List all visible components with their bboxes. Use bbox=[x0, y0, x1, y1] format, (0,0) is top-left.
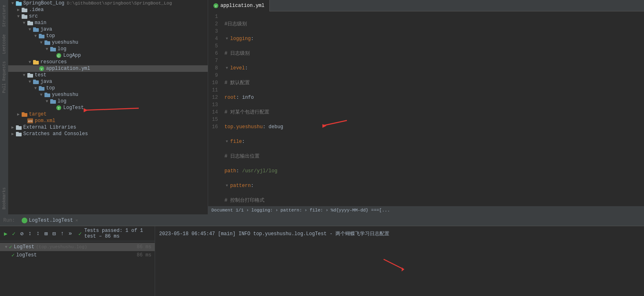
code-line-3: # 日志级别 bbox=[224, 50, 641, 57]
tree-item-ext-libs[interactable]: ▶ External Libraries bbox=[8, 124, 208, 131]
code-line-7: # 对某个包进行配置 bbox=[224, 109, 641, 116]
tree-item-target[interactable]: ▶ target bbox=[8, 111, 208, 118]
code-line-8: top.yueshushu: debug bbox=[224, 123, 641, 131]
editor-tab-application-yml[interactable]: Y application.yml bbox=[208, 0, 270, 11]
tree-item-pom-xml[interactable]: ▶ xml pom.xml bbox=[8, 118, 208, 124]
idea-label: .idea bbox=[29, 7, 44, 13]
svg-rect-12 bbox=[27, 22, 33, 25]
code-line-5: # 默认配置 bbox=[224, 79, 641, 87]
tree-item-test[interactable]: ▼ test bbox=[8, 72, 208, 78]
leetcode-tab[interactable]: Leetcode bbox=[1, 33, 7, 56]
sort-desc-btn[interactable]: ↕ bbox=[35, 229, 41, 238]
svg-rect-44 bbox=[16, 126, 22, 130]
logtest-package: (top.yueshushu.log) bbox=[36, 245, 87, 249]
tree-item-top-1[interactable]: ▼ top bbox=[8, 33, 208, 39]
svg-rect-20 bbox=[50, 48, 56, 51]
svg-text:xml: xml bbox=[28, 120, 33, 122]
svg-rect-10 bbox=[22, 15, 27, 19]
bookmarks-tab[interactable]: Bookmarks bbox=[1, 186, 7, 211]
pull-requests-tab[interactable]: Pull Requests bbox=[1, 60, 7, 95]
editor-tab-label: application.yml bbox=[220, 3, 264, 9]
project-icon bbox=[16, 0, 22, 6]
code-line-13: # 控制台打印格式 bbox=[224, 197, 641, 204]
svg-rect-15 bbox=[33, 27, 36, 29]
top2-label: top bbox=[46, 85, 55, 91]
up-btn[interactable]: ↑ bbox=[59, 229, 65, 238]
tree-item-application-yml[interactable]: ▶ Y application.yml bbox=[8, 65, 208, 72]
code-line-1: #日志级别 bbox=[224, 20, 641, 28]
status-path3: file: bbox=[310, 208, 323, 213]
tree-item-log-2[interactable]: ▼ log bbox=[8, 98, 208, 105]
summary-check-icon: ✓ bbox=[78, 230, 82, 237]
tree-item-src[interactable]: ▼ src bbox=[8, 13, 208, 20]
svg-rect-46 bbox=[16, 133, 22, 136]
tree-item-scratches[interactable]: ▶ Scratches and Consoles bbox=[8, 131, 208, 137]
line-numbers: 12345 678910 1112131415 16 bbox=[208, 11, 221, 206]
folder-icon-log1 bbox=[50, 46, 56, 52]
tree-item-resources[interactable]: ▼ resources bbox=[8, 59, 208, 65]
more-btn[interactable]: » bbox=[67, 229, 73, 238]
folder-icon-src bbox=[21, 13, 28, 19]
logtest-tab-label: LogTest.logTest bbox=[29, 218, 73, 223]
run-label: Run: bbox=[3, 218, 15, 223]
log1-label: log bbox=[58, 46, 67, 52]
logtest-child-name: logTest bbox=[16, 252, 37, 258]
code-line-12: ▼pattern: bbox=[224, 182, 641, 189]
tree-item-idea[interactable]: ▶ .idea bbox=[8, 7, 208, 13]
top1-label: top bbox=[46, 33, 55, 39]
logtest-tab[interactable]: LogTest.logTest ✕ bbox=[18, 217, 82, 224]
svg-rect-31 bbox=[33, 80, 36, 81]
bottom-tabs: Run: LogTest.logTest ✕ bbox=[0, 215, 644, 226]
springboot-log-label: SpringBoot_Log bbox=[23, 0, 64, 6]
folder-icon-target bbox=[21, 111, 28, 117]
test-pass-icon-1: ✓ bbox=[9, 244, 12, 250]
tree-item-java-2[interactable]: ▼ java bbox=[8, 78, 208, 85]
svg-text:C: C bbox=[58, 54, 60, 58]
svg-rect-6 bbox=[16, 2, 22, 6]
project-path-label: D:\githubBoot\springboot\SpringBoot_Log bbox=[67, 1, 172, 6]
test-pass-icon-2: ✓ bbox=[11, 252, 15, 258]
test-summary-text: Tests passed: 1 of 1 test – 86 ms bbox=[84, 228, 152, 239]
tree-item-log-1[interactable]: ▼ log bbox=[8, 46, 208, 52]
folder-icon-extlibs bbox=[16, 125, 22, 130]
expand-btn[interactable]: ⊞ bbox=[43, 229, 49, 238]
check-btn[interactable]: ✓ bbox=[11, 229, 17, 238]
folder-icon-top1 bbox=[38, 33, 45, 39]
svg-rect-36 bbox=[50, 100, 56, 104]
java1-label: java bbox=[40, 27, 52, 32]
test-item-logtest-child[interactable]: ✓ logTest 86 ms bbox=[0, 251, 155, 259]
tree-item-main[interactable]: ▼ main bbox=[8, 20, 208, 26]
svg-rect-30 bbox=[33, 80, 39, 84]
code-area[interactable]: 12345 678910 1112131415 16 #日志级别 ▼loggin… bbox=[208, 11, 644, 206]
tree-item-java-1[interactable]: ▼ java bbox=[8, 26, 208, 33]
tab-close-btn[interactable]: ✕ bbox=[76, 218, 78, 223]
collapse-btn[interactable]: ⊟ bbox=[51, 229, 58, 238]
folder-icon-idea bbox=[21, 7, 28, 13]
status-bar: Document 1/1 › logging: › pattern: › fil… bbox=[208, 206, 644, 214]
tree-item-logtest[interactable]: ▶ T LogTest bbox=[8, 105, 208, 111]
tree-item-top-2[interactable]: ▼ top bbox=[8, 85, 208, 91]
log2-label: log bbox=[58, 98, 67, 104]
tree-item-springboot-log[interactable]: ▼ SpringBoot_Log D:\githubBoot\springboo… bbox=[8, 0, 208, 7]
sort-asc-btn[interactable]: ↕ bbox=[27, 229, 33, 238]
svg-rect-35 bbox=[44, 93, 47, 94]
structure-tab[interactable]: Structure bbox=[1, 3, 7, 29]
code-line-10: # 日志输出位置 bbox=[224, 153, 641, 160]
tree-item-yueshushu-1[interactable]: ▼ yueshushu bbox=[8, 39, 208, 46]
stop-btn[interactable]: ⊘ bbox=[19, 229, 25, 238]
output-log-line: 2023-05-18 06:45:47 [main] INFO top.yues… bbox=[159, 230, 640, 238]
tree-item-yueshushu-2[interactable]: ▼ yueshushu bbox=[8, 91, 208, 98]
arrow-expand: ▼ bbox=[10, 1, 16, 6]
code-line-2: ▼logging: bbox=[224, 35, 641, 42]
test-tree: ▼ ✓ LogTest (top.yueshushu.log) 86 ms ✓ … bbox=[0, 241, 155, 261]
bottom-panel: Run: LogTest.logTest ✕ ▶ ✓ ⊘ ↕ ↕ ⊞ ⊟ ↑ bbox=[0, 214, 644, 296]
svg-rect-47 bbox=[16, 132, 19, 133]
run-btn[interactable]: ▶ bbox=[2, 229, 9, 238]
svg-rect-41 bbox=[22, 112, 24, 114]
test-item-logtest-parent[interactable]: ▼ ✓ LogTest (top.yueshushu.log) 86 ms bbox=[0, 243, 155, 251]
svg-rect-7 bbox=[16, 1, 19, 2]
folder-icon-top2 bbox=[38, 85, 45, 91]
tree-item-logapp[interactable]: ▶ C LogApp bbox=[8, 52, 208, 59]
run-output: 2023-05-18 06:45:47 [main] INFO top.yues… bbox=[155, 226, 644, 296]
yml-icon: Y bbox=[38, 66, 45, 71]
